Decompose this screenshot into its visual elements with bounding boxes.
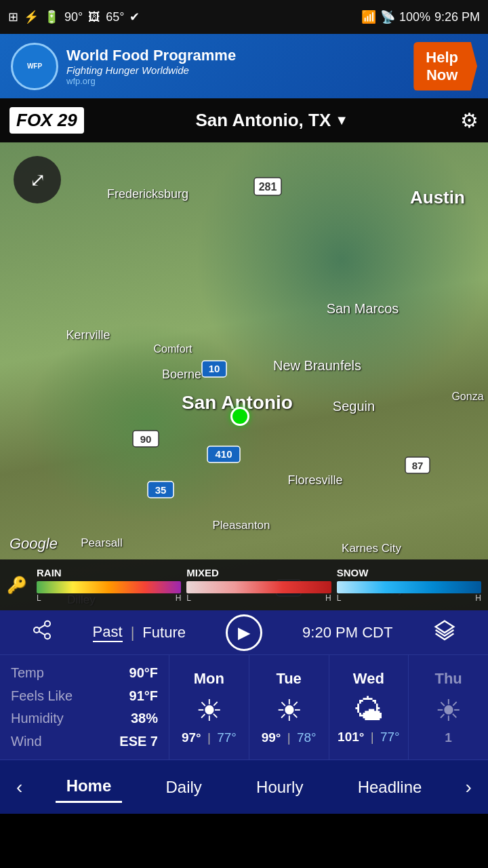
svg-text:Comfort: Comfort [154,343,192,355]
forecast-tue: Tue ☀ 99° | 78° [249,655,329,760]
svg-text:Seguin: Seguin [333,399,375,414]
battery-display: 100% [399,10,430,24]
snow-low: L [337,593,342,603]
ad-content: WFP World Food Programme Fighting Hunger… [11,43,236,90]
forecast-extra: Thu ☀ 1 [409,655,488,760]
share-icon[interactable] [31,619,53,646]
nav-headline[interactable]: Headline [347,772,433,802]
forecast-wed: Wed 🌤 101° | 77° [329,655,409,760]
svg-text:90: 90 [140,433,152,445]
forecast-tue-temps: 99° | 78° [262,730,317,745]
temp-value: 90°F [129,665,158,681]
animation-time: 9:20 PM CDT [302,624,392,642]
wind-row: Wind ESE 7 [11,734,158,749]
svg-point-30 [45,621,50,627]
svg-text:Austin: Austin [410,187,465,208]
checkmark-icon: ✔ [129,9,140,24]
temp-display: 90° [64,10,83,24]
humidity-label: Humidity [11,711,64,726]
rain-low: L [37,593,41,603]
svg-text:10: 10 [209,363,220,374]
usb-icon: ⚡ [24,9,39,24]
wind-value: ESE 7 [119,734,158,749]
forecast-mon-temps: 97° | 77° [182,730,237,745]
ad-cta-button[interactable]: HelpNow [413,42,477,91]
plus-icon: ⊞ [8,9,18,24]
rain-legend: RAIN L H [37,567,181,603]
past-button[interactable]: Past [93,623,123,642]
weather-controls: Past | Future ▶ 9:20 PM CDT [0,610,488,654]
feels-like-label: Feels Like [11,688,73,704]
forecast-tue-icon: ☀ [276,693,302,728]
feels-like-row: Feels Like 91°F [11,688,158,704]
status-bar: ⊞ ⚡ 🔋 90° 🖼 65° ✔ 📶 📡 100% 9:26 PM [0,0,488,34]
forecast-mon: Mon ☀ 97° | 77° [169,655,249,760]
svg-point-32 [45,633,50,639]
status-right: 📶 📡 100% 9:26 PM [361,9,480,24]
layers-icon[interactable] [432,619,457,646]
bottom-nav: ‹ Home Daily Hourly Headline › [0,760,488,814]
map-svg-overlay: 281 10 90 410 35 87 37 Fredericksburg Au… [0,142,488,610]
forecast-wed-temps: 101° | 77° [338,730,400,745]
nav-home[interactable]: Home [56,771,123,803]
battery-square-icon: 🔋 [44,9,59,24]
mixed-low: L [186,593,191,603]
forecast-wed-day: Wed [353,670,384,688]
nav-prev-icon[interactable]: ‹ [16,776,22,798]
mixed-gradient [186,581,331,593]
time-display: 9:26 PM [434,10,480,24]
humidity-value: 38% [131,711,158,726]
svg-text:Boerne: Boerne [162,368,201,381]
svg-text:Pearsall: Pearsall [81,536,122,549]
svg-line-33 [39,631,45,635]
current-conditions: Temp 90°F Feels Like 91°F Humidity 38% W… [0,655,169,760]
settings-icon[interactable]: ⚙ [460,108,479,132]
image-icon: 🖼 [88,10,100,24]
svg-text:87: 87 [412,460,424,471]
ad-subtitle: Fighting Hunger Worldwide [66,64,236,76]
map-container[interactable]: 281 10 90 410 35 87 37 Fredericksburg Au… [0,142,488,610]
google-watermark: Google [9,535,58,553]
svg-text:Floresville: Floresville [287,473,342,487]
precipitation-legend: 🔑 RAIN L H MIXED L H SNOW L H [0,559,488,610]
app-header: FOX 29 San Antonio, TX ▼ ⚙ [0,98,488,142]
forecast-panel: Mon ☀ 97° | 77° Tue ☀ 99° | 78° Wed 🌤 10… [169,655,488,760]
weather-data-panel: Temp 90°F Feels Like 91°F Humidity 38% W… [0,654,488,760]
mixed-label: MIXED [186,567,219,578]
svg-text:410: 410 [215,448,232,460]
future-button[interactable]: Future [142,624,186,642]
forecast-extra-icon: ☀ [435,693,462,728]
rain-high: H [176,593,182,603]
ad-url: wfp.org [66,76,236,86]
snow-gradient [337,581,481,593]
fox-logo: FOX 29 [9,107,84,134]
svg-line-34 [39,625,45,629]
signal-icon: 📡 [380,9,395,24]
svg-text:San Marcos: San Marcos [327,301,399,316]
ad-banner[interactable]: WFP World Food Programme Fighting Hunger… [0,34,488,98]
temp-row: Temp 90°F [11,665,158,681]
snow-legend: SNOW L H [337,567,481,603]
play-button[interactable]: ▶ [226,614,262,651]
nav-daily[interactable]: Daily [155,772,213,802]
temp-label: Temp [11,665,44,681]
rain-label: RAIN [37,567,62,578]
wifi-icon: 📶 [361,9,376,24]
feels-like-value: 91°F [129,688,158,704]
nav-next-icon[interactable]: › [466,776,472,798]
svg-text:281: 281 [259,181,277,193]
mixed-legend: MIXED L H [186,567,331,603]
snow-label: SNOW [337,567,369,578]
humidity-row: Humidity 38% [11,711,158,726]
forecast-wed-icon: 🌤 [354,693,384,727]
expand-map-button[interactable]: ⤢ [14,156,61,203]
brightness-display: 65° [106,10,124,24]
rain-gradient [37,581,181,593]
mixed-high: H [325,593,331,603]
forecast-mon-icon: ☀ [196,693,222,728]
city-selector[interactable]: San Antonio, TX ▼ [195,110,348,131]
status-icons-left: ⊞ ⚡ 🔋 90° 🖼 65° ✔ [8,9,140,24]
svg-text:New Braunfels: New Braunfels [273,358,361,373]
nav-hourly[interactable]: Hourly [245,772,314,802]
ad-text: World Food Programme Fighting Hunger Wor… [66,47,236,86]
